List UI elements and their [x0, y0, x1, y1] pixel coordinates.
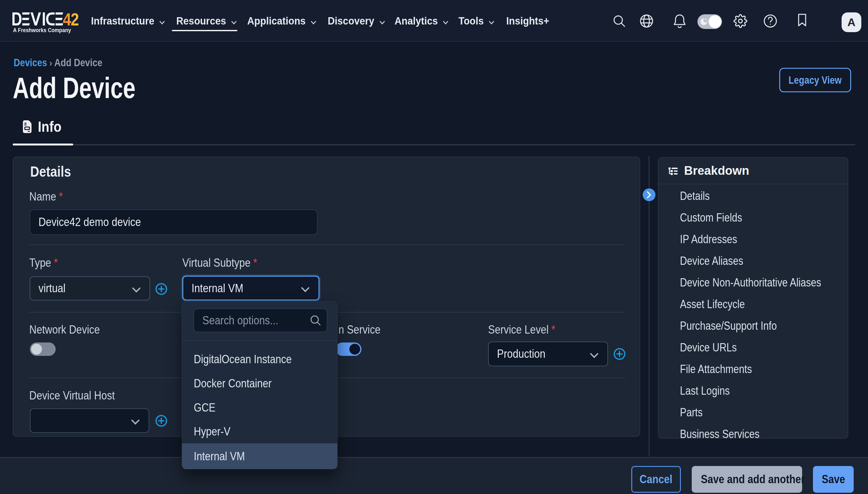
- svg-text:42: 42: [63, 13, 79, 26]
